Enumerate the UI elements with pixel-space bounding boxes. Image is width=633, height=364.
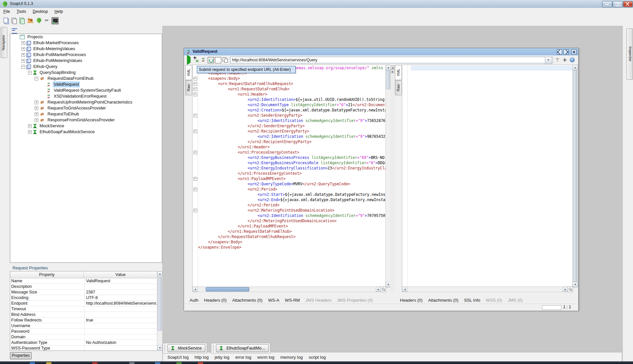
response-vertical-scrollbar[interactable] bbox=[572, 65, 578, 288]
collapse-icon[interactable]: − bbox=[35, 77, 38, 80]
log-tab-error-log[interactable]: error log bbox=[235, 355, 251, 360]
property-row-wss-password-type[interactable]: WSS-Password Type bbox=[10, 346, 157, 351]
tree-item-requestupfrontmeteringpointcharacteristics[interactable]: +⇄RequestUpfrontMeteringPointCharacteris… bbox=[10, 99, 162, 105]
property-value[interactable] bbox=[85, 284, 157, 289]
tree-item-requestdatafromelhub[interactable]: −⇄RequestDataFromElhub bbox=[10, 76, 162, 81]
menu-item-help[interactable]: Help bbox=[51, 8, 66, 15]
collapse-left-icon[interactable] bbox=[391, 65, 395, 69]
fold-collapse-icon[interactable] bbox=[194, 93, 197, 96]
magnifier-icon[interactable] bbox=[567, 287, 573, 292]
submit-request-icon[interactable] bbox=[186, 57, 192, 63]
close-button[interactable] bbox=[623, 1, 633, 7]
tree-item-projects[interactable]: Projects bbox=[10, 34, 162, 40]
window-maximize-icon[interactable] bbox=[563, 49, 569, 55]
tab-attachments-0[interactable]: Attachments (0) bbox=[428, 298, 459, 303]
os-titlebar[interactable]: SoapUI 5.1.3 bbox=[0, 0, 633, 8]
property-value[interactable]: 2387 bbox=[85, 289, 157, 295]
property-row-timeout[interactable]: Timeout bbox=[10, 306, 157, 312]
expand-icon[interactable]: + bbox=[28, 130, 32, 134]
tree-item-mockservice[interactable]: +MockService bbox=[10, 123, 162, 129]
tab-ssl-info[interactable]: SSL Info bbox=[464, 298, 480, 303]
tree-item-elhub-meteringvalues[interactable]: +Elhub-MeteringValues bbox=[10, 46, 162, 52]
tab-auth[interactable]: Auth bbox=[190, 298, 198, 303]
menu-item-tools[interactable]: Tools bbox=[13, 8, 29, 15]
new-project-icon[interactable] bbox=[3, 17, 9, 24]
property-value[interactable] bbox=[85, 312, 157, 317]
request-xml-surface[interactable]: <soapenv:Envelope xmlns:soapenv="http://… bbox=[192, 65, 386, 287]
collapse-icon[interactable]: − bbox=[28, 71, 32, 75]
property-value[interactable]: ValidRequest bbox=[85, 278, 157, 284]
property-value[interactable] bbox=[85, 323, 157, 328]
soap-action-icon[interactable]: SOAP bbox=[200, 57, 206, 63]
add-to-testcase-icon[interactable] bbox=[193, 57, 199, 63]
log-tab-jetty-log[interactable]: jetty log bbox=[215, 355, 229, 360]
request-horizontal-scrollbar[interactable] bbox=[192, 287, 381, 292]
fold-collapse-icon[interactable] bbox=[194, 114, 197, 117]
fold-collapse-icon[interactable] bbox=[194, 188, 197, 191]
expand-icon[interactable]: + bbox=[21, 47, 25, 51]
tree-item-xsdvalidationerrorrequest[interactable]: SOAPXSDValidationErrorRequest bbox=[10, 93, 162, 99]
tree-item-elhub-query[interactable]: −Elhub-Query bbox=[10, 64, 162, 70]
tab-xml[interactable]: XML bbox=[395, 65, 402, 80]
tab-raw[interactable]: Raw bbox=[395, 80, 402, 95]
tree-item-elhubsoapfaultmockservice[interactable]: +ElhubSoapFaultMockService bbox=[10, 129, 162, 135]
window-close-icon[interactable] bbox=[571, 49, 577, 55]
property-value[interactable] bbox=[85, 346, 157, 351]
property-row-bind-address[interactable]: Bind Address bbox=[10, 312, 157, 318]
property-value[interactable] bbox=[85, 334, 157, 340]
tab-headers-0[interactable]: Headers (0) bbox=[400, 298, 423, 303]
property-value[interactable]: true bbox=[85, 318, 157, 323]
property-row-password[interactable]: Password bbox=[10, 329, 157, 334]
tab-ws-a[interactable]: WS-A bbox=[268, 298, 279, 303]
tree-item-validrequest-system-securityfault[interactable]: SOAPValidRequest-System/SecurityFault bbox=[10, 87, 162, 93]
log-tab-script-log[interactable]: script log bbox=[309, 355, 326, 360]
collapse-right-icon[interactable] bbox=[391, 69, 395, 73]
properties-scrollbar[interactable] bbox=[157, 271, 163, 351]
expand-icon[interactable]: + bbox=[35, 106, 38, 110]
property-value[interactable]: No Authorization bbox=[85, 340, 157, 345]
property-value[interactable]: UTF-8 bbox=[85, 295, 157, 300]
expand-icon[interactable]: + bbox=[21, 59, 25, 63]
preferences-icon[interactable]: ✂ bbox=[44, 17, 50, 24]
window-minimize-icon[interactable] bbox=[557, 49, 562, 55]
import-project-icon[interactable] bbox=[11, 17, 17, 24]
tree-item-elhub-pollmeteringvalues[interactable]: +Elhub-PollMeteringValues bbox=[10, 58, 162, 64]
tab-attachments-0[interactable]: Attachments (0) bbox=[232, 298, 262, 303]
soapui-home-icon[interactable] bbox=[36, 17, 42, 24]
scrollbar-thumb[interactable] bbox=[206, 287, 249, 291]
restore-button[interactable] bbox=[613, 1, 623, 7]
os-taskbar[interactable] bbox=[0, 361, 633, 364]
endpoint-url-combo[interactable]: http://localhost:8084/WebService/service… bbox=[230, 57, 553, 63]
property-column-header[interactable]: Property bbox=[10, 271, 84, 278]
clear-request-icon[interactable] bbox=[215, 57, 221, 63]
proxy-toggle-icon[interactable] bbox=[51, 17, 59, 24]
inspector-tab[interactable]: Inspector bbox=[626, 28, 633, 80]
request-window-titlebar[interactable]: SOAP ValidRequest bbox=[184, 48, 578, 56]
property-row-follow-redirects[interactable]: Follow Redirectstrue bbox=[10, 318, 157, 323]
tab-ws-rm[interactable]: WS-RM bbox=[285, 298, 300, 303]
restore-window-button[interactable]: ElhubSoapFaultMo... bbox=[216, 344, 269, 352]
fold-collapse-icon[interactable] bbox=[194, 177, 197, 181]
tree-item-requesttogridaccessprovider[interactable]: +⇄RequestToGridAccessProvider bbox=[10, 105, 162, 111]
scroll-down-icon[interactable] bbox=[157, 345, 162, 350]
property-value[interactable]: http://localhost:8084/WebService/servi..… bbox=[85, 301, 157, 306]
log-tab-wsrm-log[interactable]: wsrm log bbox=[257, 355, 274, 360]
expand-icon[interactable]: + bbox=[21, 41, 25, 45]
property-row-username[interactable]: Username bbox=[10, 323, 157, 329]
property-row-description[interactable]: Description bbox=[10, 284, 157, 289]
expand-icon[interactable]: + bbox=[21, 53, 25, 57]
tree-item-responsefromgridaccessprovider[interactable]: +⇄ResponseFromGridAccessProvider bbox=[10, 117, 162, 123]
property-row-domain[interactable]: Domain bbox=[10, 334, 157, 340]
request-help-icon[interactable]: ? bbox=[570, 57, 575, 62]
tree-options-icon[interactable] bbox=[12, 28, 17, 34]
fold-collapse-icon[interactable] bbox=[194, 82, 197, 86]
minimize-button[interactable] bbox=[602, 1, 612, 7]
restore-window-button[interactable]: MockService bbox=[167, 344, 205, 352]
property-value[interactable] bbox=[85, 329, 157, 334]
add-endpoint-icon[interactable] bbox=[562, 57, 568, 63]
fold-collapse-icon[interactable] bbox=[194, 209, 197, 212]
recreate-request-icon[interactable] bbox=[208, 57, 214, 63]
value-column-header[interactable]: Value bbox=[84, 271, 157, 278]
tab-headers-0[interactable]: Headers (0) bbox=[204, 298, 227, 303]
collapse-icon[interactable]: − bbox=[21, 65, 25, 69]
